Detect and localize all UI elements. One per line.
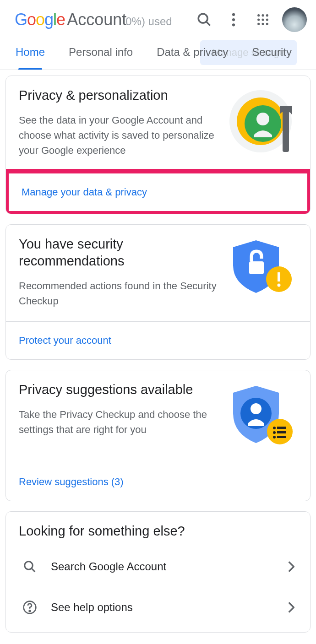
manage-data-privacy-link[interactable]: Manage your data & privacy [5, 169, 311, 214]
svg-point-3 [232, 18, 235, 21]
svg-point-13 [266, 23, 268, 25]
see-help-options-row[interactable]: See help options [19, 587, 297, 628]
svg-point-26 [273, 427, 276, 429]
looking-card-title: Looking for something else? [19, 523, 297, 540]
more-menu-icon[interactable] [223, 10, 244, 30]
svg-point-24 [251, 403, 262, 414]
looking-card: Looking for something else? Search Googl… [5, 511, 311, 633]
svg-point-10 [266, 18, 268, 21]
avatar[interactable] [282, 7, 307, 32]
svg-rect-18 [283, 111, 289, 152]
svg-point-28 [273, 431, 276, 434]
tab-home[interactable]: Home [16, 46, 45, 70]
search-row-label: Search Google Account [51, 560, 275, 573]
security-card: You have security recommendations Recomm… [5, 224, 311, 360]
storage-used-text: 0%) used [125, 15, 172, 28]
svg-point-6 [262, 14, 264, 16]
app-header: Google Account 0%) used [0, 0, 316, 32]
svg-point-30 [273, 436, 276, 438]
search-icon[interactable] [194, 10, 214, 30]
svg-point-11 [257, 23, 260, 25]
logo-account-text: Account [67, 10, 126, 29]
tab-personal-info[interactable]: Personal info [69, 46, 133, 70]
tab-data-privacy[interactable]: Data & privacy [157, 46, 228, 70]
svg-point-17 [256, 113, 269, 125]
privacy-card: Privacy & personalization See the data i… [5, 76, 311, 214]
svg-point-2 [232, 13, 235, 16]
svg-point-32 [25, 562, 33, 570]
nav-tabs: Home Personal info Data & privacy Securi… [0, 32, 316, 70]
apps-grid-icon[interactable] [253, 10, 273, 30]
svg-point-12 [262, 23, 264, 25]
svg-point-9 [262, 18, 264, 21]
svg-point-0 [198, 14, 207, 23]
tab-security[interactable]: Security [252, 46, 292, 70]
privacy-card-desc: See the data in your Google Account and … [19, 113, 219, 158]
svg-point-5 [257, 14, 260, 16]
svg-rect-31 [277, 436, 286, 438]
svg-point-35 [29, 610, 31, 612]
suggestions-card: Privacy suggestions available Take the P… [5, 370, 311, 501]
svg-point-8 [257, 18, 260, 21]
search-icon [22, 558, 38, 575]
help-icon [22, 599, 38, 616]
security-card-title: You have security recommendations [19, 236, 219, 270]
svg-rect-27 [277, 427, 286, 429]
svg-rect-29 [277, 431, 286, 433]
help-row-label: See help options [51, 601, 275, 614]
svg-rect-21 [278, 272, 280, 281]
google-account-logo: Google Account 0%) used [15, 10, 185, 29]
svg-point-4 [232, 23, 235, 26]
svg-line-33 [32, 568, 35, 572]
main-content: Privacy & personalization See the data i… [0, 70, 316, 644]
svg-point-22 [278, 283, 281, 287]
suggestions-card-title: Privacy suggestions available [19, 381, 219, 399]
protect-account-link[interactable]: Protect your account [6, 321, 310, 359]
security-card-desc: Recommended actions found in the Securit… [19, 278, 219, 308]
security-shield-icon [229, 236, 297, 300]
search-google-account-row[interactable]: Search Google Account [19, 547, 297, 587]
svg-rect-19 [249, 261, 264, 274]
suggestions-shield-icon [229, 381, 297, 450]
suggestions-card-desc: Take the Privacy Checkup and choose the … [19, 407, 219, 437]
privacy-card-title: Privacy & personalization [19, 87, 219, 104]
review-suggestions-link[interactable]: Review suggestions (3) [6, 463, 310, 501]
svg-point-7 [266, 14, 268, 16]
chevron-right-icon [288, 602, 294, 613]
privacy-illustration-icon [229, 87, 297, 156]
chevron-right-icon [288, 561, 294, 572]
svg-line-1 [206, 22, 210, 26]
